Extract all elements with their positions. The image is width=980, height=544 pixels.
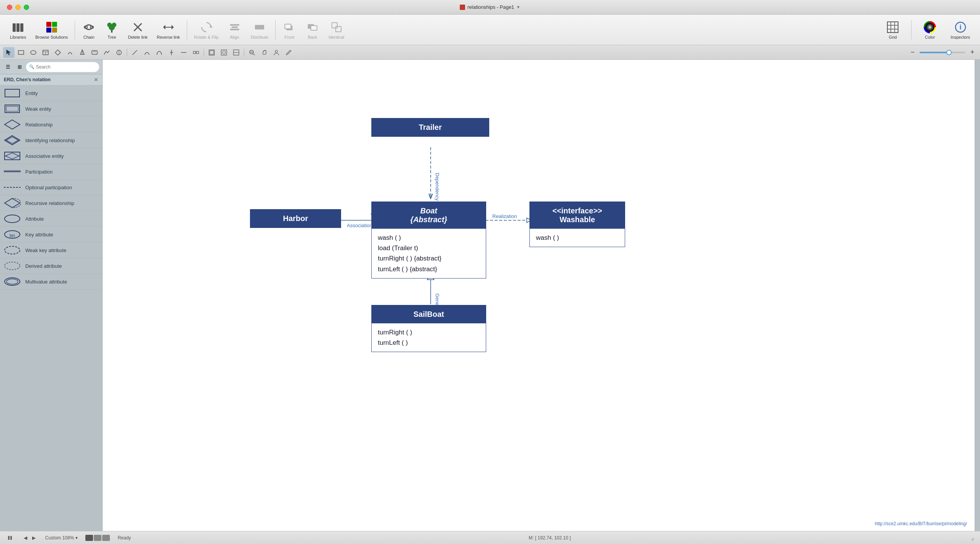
- table-tool[interactable]: [40, 47, 51, 58]
- sidebar-item-recursive-relationship[interactable]: Recursive relationship: [0, 195, 102, 211]
- washable-node[interactable]: <<interface>>Washable wash ( ): [529, 202, 625, 247]
- titlebar: relationships - Page1 ▼: [0, 0, 980, 15]
- sailboat-node[interactable]: SailBoat turnRight ( ) turnLeft ( ): [371, 305, 486, 352]
- libraries-label: Libraries: [10, 35, 26, 39]
- search-input[interactable]: [36, 64, 96, 70]
- next-page-button[interactable]: ▶: [30, 534, 38, 542]
- title-dropdown-icon[interactable]: ▼: [516, 5, 520, 9]
- sidebar-item-key-attribute[interactable]: key Key attribute: [0, 227, 102, 243]
- zoom-out-icon[interactable]: [246, 47, 258, 58]
- zoom-slider-thumb[interactable]: [946, 50, 952, 55]
- toolbar-tree[interactable]: Tree: [101, 18, 122, 42]
- svg-marker-72: [5, 198, 20, 208]
- zoom-in-button[interactable]: +: [968, 48, 977, 57]
- tool-bezier[interactable]: [154, 47, 165, 58]
- svg-marker-12: [163, 25, 165, 29]
- back-icon: [305, 20, 319, 34]
- sidebar-item-optional-participation[interactable]: Optional participation: [0, 180, 102, 195]
- key-attribute-icon: key: [4, 229, 21, 240]
- tool-frame2[interactable]: [218, 47, 230, 58]
- boat-header: Boat{Abstract}: [372, 202, 486, 229]
- canvas[interactable]: Dependency * Association Realization: [103, 60, 975, 531]
- tool-box-link[interactable]: [190, 47, 202, 58]
- attribution-link[interactable]: http://sce2.umkc.edu/BIT/burrise/pi/mode…: [875, 521, 967, 526]
- toolbar-front[interactable]: Front: [279, 18, 300, 42]
- tool-vert[interactable]: [166, 47, 177, 58]
- trailer-header: Trailer: [372, 118, 489, 136]
- category-header[interactable]: ERD, Chen's notation ✕: [0, 74, 102, 85]
- rect-tool[interactable]: [15, 47, 27, 58]
- tool-frame1[interactable]: [206, 47, 217, 58]
- sidebar-item-weak-entity[interactable]: Weak entity: [0, 101, 102, 117]
- select-tool[interactable]: [3, 47, 15, 58]
- toolbar-inspectors[interactable]: i Inspectors: [947, 18, 974, 42]
- sidebar-item-relationship[interactable]: Relationship: [0, 117, 102, 133]
- relationship-icon: [4, 119, 21, 130]
- toolbar-grid[interactable]: Grid: [882, 18, 903, 42]
- toolbar-back[interactable]: Back: [302, 18, 323, 42]
- category-close-button[interactable]: ✕: [94, 77, 98, 83]
- sidebar-view-grid[interactable]: ⊞: [15, 62, 24, 72]
- svg-rect-67: [5, 152, 20, 160]
- maximize-button[interactable]: [24, 5, 29, 10]
- attribute-label: Attribute: [25, 216, 44, 222]
- resize-handle[interactable]: [969, 535, 974, 541]
- dependency-label: Dependency: [434, 173, 440, 201]
- tool-horiz[interactable]: [178, 47, 189, 58]
- tool7[interactable]: [89, 47, 100, 58]
- page-icon-1[interactable]: [85, 535, 93, 541]
- prev-page-button[interactable]: ◀: [21, 534, 29, 542]
- boat-node[interactable]: Boat{Abstract} wash ( ) load (Trailer t)…: [371, 202, 486, 279]
- sidebar-item-multivalue-attribute[interactable]: Multivalue attribute: [0, 274, 102, 290]
- sidebar-item-derived-attribute[interactable]: Derived attribute: [0, 258, 102, 274]
- toolbar-libraries[interactable]: Libraries: [6, 18, 30, 42]
- toolbar-delete-link[interactable]: Delete link: [124, 18, 151, 42]
- tool-frame3[interactable]: [230, 47, 242, 58]
- weak-entity-label: Weak entity: [25, 106, 51, 112]
- close-button[interactable]: [7, 5, 12, 10]
- toolbar-reverse-link[interactable]: Reverse link: [153, 18, 184, 42]
- sidebar-item-identifying-relationship[interactable]: Identifying relationship: [0, 133, 102, 148]
- tool8[interactable]: [101, 47, 113, 58]
- pause-button[interactable]: [6, 534, 14, 542]
- page-icon-2[interactable]: [94, 535, 101, 541]
- trailer-node[interactable]: Trailer: [371, 118, 489, 137]
- toolbar-identical[interactable]: Identical: [325, 18, 348, 42]
- tool6[interactable]: [77, 47, 88, 58]
- canvas-area[interactable]: Dependency * Association Realization: [103, 60, 975, 531]
- zoom-slider[interactable]: [920, 52, 965, 53]
- sidebar-item-participation[interactable]: Participation: [0, 164, 102, 180]
- pencil-tool[interactable]: [283, 47, 294, 58]
- diamond-tool[interactable]: [52, 47, 64, 58]
- toolbar-color[interactable]: Color: [919, 18, 941, 42]
- page-icon-3[interactable]: [102, 535, 110, 541]
- toolbar-distribute[interactable]: Distribute: [247, 18, 272, 42]
- toolbar-chain[interactable]: Chain: [78, 18, 100, 42]
- status-zoom: Custom 108% ▾: [45, 535, 78, 541]
- zoom-dropdown-icon[interactable]: ▾: [75, 535, 78, 541]
- tool-line[interactable]: [129, 47, 140, 58]
- toolbar-rotate-flip[interactable]: Rotate & Flip: [190, 18, 222, 42]
- sidebar-search[interactable]: 🔍: [26, 62, 99, 72]
- toolbar-align[interactable]: Align: [224, 18, 245, 42]
- sidebar-item-weak-key-attribute[interactable]: Weak key attribute: [0, 243, 102, 258]
- tool-curve[interactable]: [141, 47, 153, 58]
- harbor-node[interactable]: Harbor: [250, 209, 341, 228]
- entity-label: Entity: [25, 90, 38, 96]
- tool9[interactable]: [113, 47, 125, 58]
- svg-text:key: key: [10, 233, 15, 237]
- sidebar-item-entity[interactable]: Entity: [0, 85, 102, 101]
- tool5[interactable]: [64, 47, 76, 58]
- zoom-out-button[interactable]: −: [908, 48, 917, 57]
- minimize-button[interactable]: [15, 5, 21, 10]
- right-scrollbar[interactable]: [975, 60, 980, 531]
- oval-tool[interactable]: [28, 47, 39, 58]
- toolbar-sep-1: [75, 20, 75, 39]
- sidebar-view-list[interactable]: ☰: [3, 62, 13, 72]
- sidebar-item-associative-entity[interactable]: Associative entity: [0, 148, 102, 164]
- user-tool[interactable]: [271, 47, 282, 58]
- sidebar-item-attribute[interactable]: Attribute: [0, 211, 102, 227]
- toolbar-browse-solutions[interactable]: Browse Solutions: [31, 18, 72, 42]
- multivalue-attribute-label: Multivalue attribute: [25, 279, 67, 285]
- hand-tool[interactable]: [258, 47, 270, 58]
